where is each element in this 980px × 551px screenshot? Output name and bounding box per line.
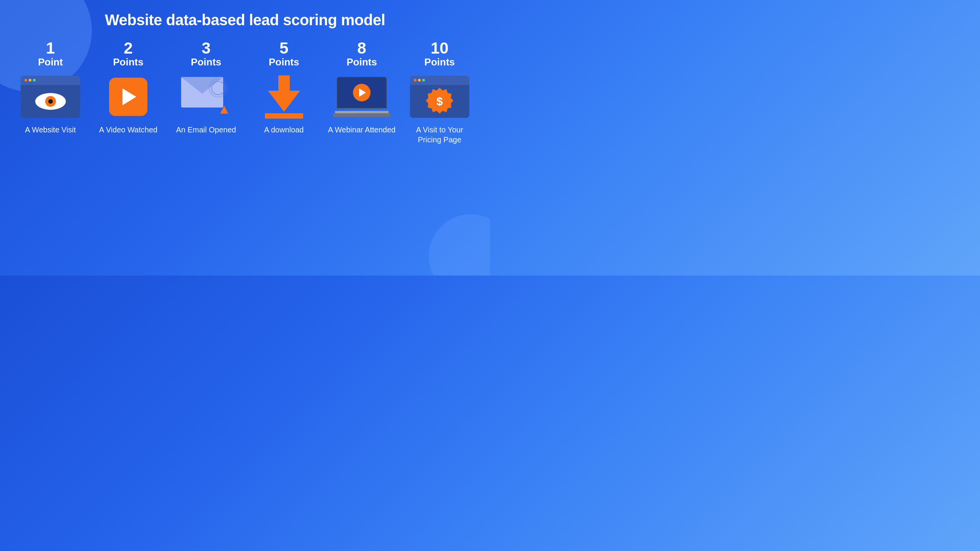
download-arrow-group [265, 75, 303, 119]
browser-dot-2 [29, 79, 31, 82]
points-label-3: 3 Points [191, 40, 221, 68]
browser-dot-3 [33, 79, 36, 82]
download-stem-top [278, 75, 290, 91]
pricing-browser-body: $ [410, 85, 469, 118]
points-number-4: 5 [269, 40, 299, 56]
download-base [265, 113, 303, 119]
points-label-5: 8 Points [346, 40, 377, 68]
pricing-dot-2 [418, 79, 421, 82]
main-container: Website data-based lead scoring model 1 … [0, 0, 490, 276]
icon-container-5 [331, 76, 392, 118]
browser-dollar-icon: $ [410, 76, 469, 118]
points-word-5: Points [346, 56, 377, 68]
laptop-base [333, 113, 390, 117]
points-label-6: 10 Points [425, 40, 455, 68]
email-cursor-icon: ▲ [181, 77, 231, 117]
item-website-visit: 1 Point [15, 40, 85, 135]
points-label-2: 2 Points [113, 40, 143, 68]
browser-eye-icon [21, 76, 80, 118]
icon-container-4 [253, 76, 315, 118]
laptop-screen [337, 77, 387, 108]
points-number-1: 1 [38, 40, 63, 56]
points-number-6: 10 [425, 40, 455, 56]
cursor-icon: ▲ [217, 101, 231, 117]
item-label-2: A Video Watched [99, 125, 157, 135]
points-word-2: Points [113, 56, 143, 68]
points-word-6: Points [425, 56, 455, 68]
item-label-6: A Visit to Your Pricing Page [405, 125, 475, 145]
scoring-items-row: 1 Point [15, 40, 475, 145]
points-word-1: Point [38, 56, 63, 68]
points-number-3: 3 [191, 40, 221, 56]
item-download: 5 Points A download [249, 40, 319, 135]
pricing-browser-dots [414, 79, 425, 82]
dollar-badge-icon: $ [426, 88, 453, 115]
laptop-play-triangle [359, 88, 366, 97]
eye-icon [35, 93, 66, 110]
play-triangle-icon [122, 88, 136, 105]
item-pricing-page: 10 Points $ A Visit to Y [405, 40, 475, 145]
icon-container-3: ▲ [175, 76, 237, 118]
points-number-2: 2 [113, 40, 143, 56]
eye-iris [45, 96, 56, 107]
video-play-icon [109, 78, 147, 116]
points-word-4: Points [269, 56, 299, 68]
points-word-3: Points [191, 56, 221, 68]
item-webinar-attended: 8 Points A Webinar Attended [327, 40, 397, 135]
item-label-4: A download [264, 125, 304, 135]
laptop-video-icon [333, 77, 390, 117]
pricing-dot-3 [422, 79, 425, 82]
laptop-play-button [353, 84, 371, 101]
points-label-1: 1 Point [38, 40, 63, 68]
item-email-opened: 3 Points ▲ An Email Opened [171, 40, 241, 135]
page-title: Website data-based lead scoring model [105, 11, 385, 29]
browser-dots [24, 79, 36, 82]
ripple-inner [211, 81, 225, 95]
laptop-hinge [335, 111, 389, 113]
icon-container-1 [20, 76, 81, 118]
item-label-5: A Webinar Attended [328, 125, 395, 135]
download-arrow-head [268, 91, 300, 112]
dollar-sign: $ [436, 95, 443, 108]
eye-outer [35, 93, 66, 110]
points-number-5: 8 [346, 40, 377, 56]
browser-body [21, 85, 80, 118]
item-label-3: An Email Opened [176, 125, 236, 135]
eye-pupil [48, 99, 53, 104]
icon-container-2 [98, 76, 159, 118]
download-arrow-icon [265, 75, 303, 119]
item-video-watched: 2 Points A Video Watched [93, 40, 163, 135]
pricing-dot-1 [414, 79, 416, 82]
icon-container-6: $ [409, 76, 470, 118]
points-label-4: 5 Points [269, 40, 299, 68]
item-label-1: A Website Visit [25, 125, 76, 135]
browser-dot-1 [24, 79, 27, 82]
